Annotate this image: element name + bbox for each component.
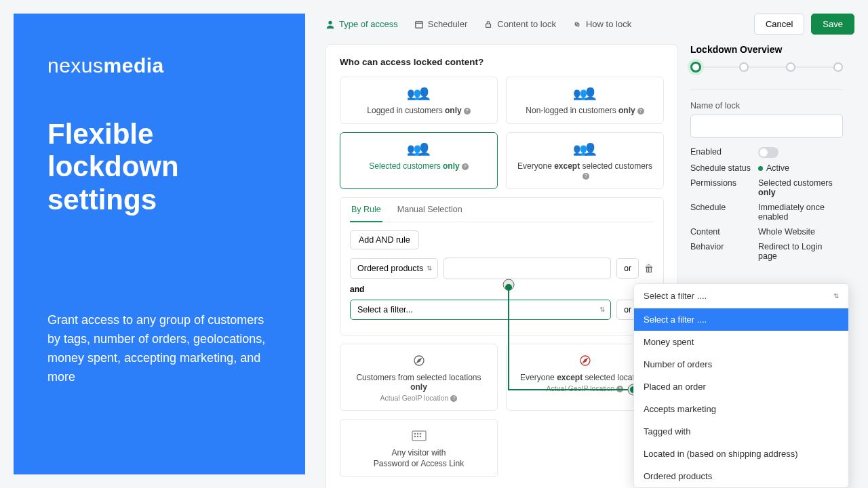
step-dot-2 bbox=[739, 62, 749, 72]
name-of-lock-input[interactable] bbox=[690, 115, 843, 138]
chevron-updown-icon: ⇅ bbox=[833, 292, 839, 300]
dropdown-option-money-spent[interactable]: Money spent bbox=[634, 331, 848, 353]
tab-label: Type of access bbox=[339, 19, 398, 29]
subtab-by-rule[interactable]: By Rule bbox=[350, 198, 382, 222]
card-label-text: Logged in customers bbox=[367, 106, 445, 115]
svg-point-10 bbox=[414, 436, 416, 437]
step-dot-4 bbox=[833, 62, 843, 72]
schedule-value: Immediately once enabled bbox=[758, 203, 843, 222]
overview-title: Lockdown Overview bbox=[690, 44, 843, 55]
tab-label: How to lock bbox=[586, 19, 631, 29]
card-label-text: Customers from selected locations bbox=[356, 373, 481, 382]
enabled-label: Enabled bbox=[690, 147, 758, 158]
logo: nexusmedia bbox=[47, 54, 271, 77]
filter-dropdown: Select a filter ....⇅ Select a filter ..… bbox=[633, 283, 849, 488]
step-dot-3 bbox=[786, 62, 795, 72]
card-label-text: Non-logged in customers bbox=[526, 106, 618, 115]
tab-label: Content to lock bbox=[497, 19, 556, 29]
people-icon: 👥👤 bbox=[347, 87, 490, 100]
card-logged-in[interactable]: 👥👤 Logged in customers only? bbox=[340, 77, 498, 124]
card-label-line2: Password or Access Link bbox=[347, 459, 490, 468]
access-config-card: Who can access locked content? 👥👤 Logged… bbox=[326, 44, 678, 488]
cancel-button[interactable]: Cancel bbox=[754, 14, 804, 35]
compass-icon bbox=[347, 354, 490, 367]
schedule-status-label: Schedule status bbox=[690, 163, 758, 173]
card-label-text: Everyone bbox=[520, 373, 557, 382]
dropdown-option-number-of-orders[interactable]: Number of orders bbox=[634, 353, 848, 375]
or-button[interactable]: or bbox=[616, 258, 639, 279]
card-label-line1: Any visitor with bbox=[347, 448, 490, 458]
card-selected-customers[interactable]: 👥👤 Selected customers only? bbox=[340, 132, 498, 189]
add-and-rule-button[interactable]: Add AND rule bbox=[350, 230, 419, 249]
card-non-logged-in[interactable]: 👥👤 Non-logged in customers only? bbox=[506, 77, 664, 124]
card-label-bold: only bbox=[443, 161, 460, 171]
select-value: Ordered products bbox=[357, 264, 423, 273]
delete-rule-icon[interactable]: 🗑 bbox=[644, 263, 654, 274]
card-label-bold: only bbox=[445, 106, 462, 115]
calendar-icon bbox=[414, 20, 424, 29]
tab-how-to-lock[interactable]: How to lock bbox=[572, 19, 631, 29]
card-label-text: Selected customers bbox=[369, 161, 443, 171]
card-label-text: Everyone bbox=[517, 161, 554, 171]
card-selected-locations[interactable]: Customers from selected locations only A… bbox=[340, 344, 498, 411]
content-value: Whole Website bbox=[758, 227, 843, 237]
info-icon[interactable]: ? bbox=[583, 173, 589, 180]
info-icon[interactable]: ? bbox=[464, 108, 471, 115]
dropdown-option-ordered-products[interactable]: Ordered products bbox=[634, 465, 848, 487]
permissions-value-bold: only bbox=[758, 188, 776, 197]
people-icon: 👥👤 bbox=[513, 142, 656, 156]
card-label-text2: selected customers bbox=[580, 161, 652, 171]
dropdown-option-tagged-with[interactable]: Tagged with bbox=[634, 420, 848, 443]
chevron-updown-icon: ⇅ bbox=[427, 264, 432, 272]
save-button[interactable]: Save bbox=[811, 14, 854, 35]
link-icon bbox=[572, 20, 582, 29]
select-placeholder: Select a filter... bbox=[357, 305, 413, 314]
subtab-manual[interactable]: Manual Selection bbox=[396, 198, 464, 222]
card-everyone-except[interactable]: 👥👤 Everyone except selected customers? bbox=[506, 132, 664, 189]
card-label-bold: except bbox=[554, 161, 580, 171]
enabled-toggle[interactable] bbox=[758, 147, 778, 158]
people-icon: 👥👤 bbox=[513, 87, 656, 100]
card-label-bold: except bbox=[557, 373, 583, 382]
people-icon: 👥👤 bbox=[347, 142, 490, 156]
filter-value-input-1[interactable] bbox=[443, 258, 611, 279]
dropdown-option-located-in[interactable]: Located in (based on shipping address) bbox=[634, 443, 848, 465]
svg-rect-6 bbox=[412, 431, 426, 441]
svg-point-11 bbox=[417, 436, 418, 437]
info-icon[interactable]: ? bbox=[637, 108, 644, 115]
tab-type-of-access[interactable]: Type of access bbox=[326, 19, 398, 29]
permissions-value: Selected customers bbox=[758, 178, 833, 188]
promo-panel: nexusmedia Flexible lockdown settings Gr… bbox=[14, 14, 305, 474]
progress-steps bbox=[690, 62, 843, 73]
svg-point-8 bbox=[417, 433, 418, 434]
tab-scheduler[interactable]: Scheduler bbox=[414, 19, 468, 29]
filter-select-1[interactable]: Ordered products⇅ bbox=[350, 258, 438, 279]
info-icon[interactable]: ? bbox=[462, 163, 469, 170]
lock-icon bbox=[484, 20, 493, 29]
and-label: and bbox=[350, 285, 654, 294]
info-icon[interactable]: ? bbox=[616, 386, 623, 392]
tab-label: Scheduler bbox=[428, 19, 468, 29]
content-label: Content bbox=[690, 227, 758, 237]
tab-content-to-lock[interactable]: Content to lock bbox=[484, 19, 556, 29]
person-icon bbox=[326, 20, 335, 29]
svg-point-12 bbox=[420, 436, 421, 437]
behavior-value: Redirect to Login page bbox=[758, 242, 843, 261]
dropdown-option-accepts-marketing[interactable]: Accepts marketing bbox=[634, 398, 848, 420]
permissions-label: Permissions bbox=[690, 178, 758, 197]
card-label-bold: only bbox=[410, 382, 427, 392]
schedule-status-value: Active bbox=[766, 163, 789, 173]
card-label-bold: only bbox=[618, 106, 635, 115]
chevron-updown-icon: ⇅ bbox=[599, 306, 605, 313]
info-icon[interactable]: ? bbox=[450, 395, 457, 402]
svg-rect-1 bbox=[415, 21, 422, 28]
dropdown-option-select[interactable]: Select a filter .... bbox=[634, 308, 848, 331]
card-sublabel: Actual GeoIP location bbox=[380, 394, 449, 402]
dropdown-header[interactable]: Select a filter ....⇅ bbox=[634, 284, 848, 308]
card-password-access-link[interactable]: Any visitor with Password or Access Link bbox=[340, 419, 498, 477]
divider bbox=[690, 85, 843, 90]
dropdown-option-placed-order[interactable]: Placed an order bbox=[634, 375, 848, 398]
keypad-icon bbox=[347, 429, 490, 443]
overview-sidebar: Lockdown Overview Name of lock Enabled S… bbox=[690, 44, 843, 266]
filter-select-2[interactable]: Select a filter...⇅ bbox=[350, 300, 611, 320]
